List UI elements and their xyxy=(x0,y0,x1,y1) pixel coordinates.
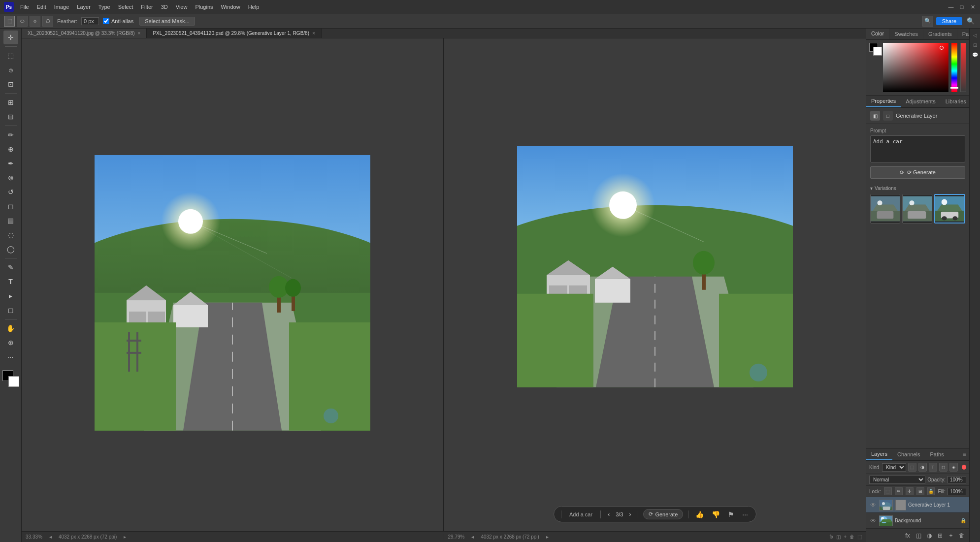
group-button[interactable]: ⊞ xyxy=(936,531,945,540)
lasso-shape-btn[interactable]: ⌾ xyxy=(30,16,40,27)
strip-btn-2[interactable]: ⊡ xyxy=(971,40,980,49)
ctx-more-button[interactable]: ··· xyxy=(740,510,750,519)
filter-shape-icon[interactable]: ◻ xyxy=(939,463,947,472)
frame-tool[interactable]: ⊟ xyxy=(3,110,18,124)
variation-2[interactable] xyxy=(902,194,932,223)
menu-type[interactable]: Type xyxy=(95,3,114,11)
search-button[interactable]: 🔍 xyxy=(965,16,976,27)
variation-1[interactable] xyxy=(870,194,900,223)
lock-all-btn[interactable]: 🔒 xyxy=(927,487,935,495)
delete-layer-button[interactable]: 🗑 xyxy=(957,531,966,540)
dodge-tool[interactable]: ◯ xyxy=(3,242,18,256)
filter-type-icon[interactable]: T xyxy=(929,463,937,472)
eraser-tool[interactable]: ◻ xyxy=(3,199,18,213)
properties-tab[interactable]: Properties xyxy=(866,96,901,107)
filter-adjust-icon[interactable]: ◑ xyxy=(918,463,927,472)
lock-transparency-btn[interactable]: ⬚ xyxy=(884,487,892,495)
extras-tool[interactable]: ··· xyxy=(3,350,18,364)
share-button[interactable]: Share xyxy=(936,17,962,25)
right-status-prev[interactable]: ◂ xyxy=(470,534,475,540)
path-selection-tool[interactable]: ▸ xyxy=(3,289,18,303)
right-tab-close[interactable]: × xyxy=(312,31,315,36)
kind-select[interactable]: Kind xyxy=(882,463,906,472)
history-brush-tool[interactable]: ↺ xyxy=(3,185,18,199)
paths-tab[interactable]: Paths xyxy=(925,449,949,460)
healing-brush-tool[interactable]: ⊕ xyxy=(3,142,18,156)
variation-3[interactable] xyxy=(934,194,965,223)
lock-artboard-btn[interactable]: ⊞ xyxy=(916,487,924,495)
menu-plugins[interactable]: Plugins xyxy=(192,3,216,11)
menu-3d[interactable]: 3D xyxy=(158,3,171,11)
adjustment-button[interactable]: ◑ xyxy=(925,531,934,540)
ctx-thumbdown-button[interactable]: 👎 xyxy=(710,510,722,519)
type-tool[interactable]: T xyxy=(3,275,18,288)
menu-filter[interactable]: Filter xyxy=(137,3,156,11)
anti-alias-checkbox[interactable] xyxy=(103,18,109,24)
right-status-next[interactable]: ▸ xyxy=(545,534,550,540)
brush-tool[interactable]: ✒ xyxy=(3,157,18,170)
mask-button[interactable]: ◫ xyxy=(914,531,923,540)
blend-mode-select[interactable]: Normal Multiply Screen xyxy=(869,476,925,484)
bg-swatch[interactable] xyxy=(873,47,882,56)
fill-input[interactable] xyxy=(947,488,966,495)
channels-tab[interactable]: Channels xyxy=(892,449,925,460)
lasso-tool[interactable]: ⌾ xyxy=(3,63,18,77)
shape-tool[interactable]: ◻ xyxy=(3,303,18,317)
menu-help[interactable]: Help xyxy=(245,3,263,11)
menu-view[interactable]: View xyxy=(172,3,191,11)
new-layer-button[interactable]: + xyxy=(947,531,955,540)
lock-pixel-btn[interactable]: ✏ xyxy=(895,487,903,495)
ctx-generate-button[interactable]: ⟳ Generate xyxy=(643,509,683,519)
menu-image[interactable]: Image xyxy=(51,3,73,11)
blur-tool[interactable]: ◌ xyxy=(3,228,18,242)
select-mask-button[interactable]: Select and Mask... xyxy=(139,17,195,26)
menu-edit[interactable]: Edit xyxy=(33,3,50,11)
color-alpha-bar[interactable] xyxy=(960,43,966,92)
feather-input[interactable] xyxy=(81,17,99,25)
ctx-thumbup-button[interactable]: 👍 xyxy=(693,510,706,519)
close-button[interactable]: ✕ xyxy=(969,3,976,10)
layer-visibility-generative[interactable]: 👁 xyxy=(869,501,877,509)
left-status-next[interactable]: ▸ xyxy=(123,534,127,540)
right-canvas-tab[interactable]: PXL_20230521_043941120.psd @ 29.8% (Gene… xyxy=(147,29,321,38)
left-tab-close[interactable]: × xyxy=(138,31,141,36)
crop-tool[interactable]: ⊞ xyxy=(3,96,18,109)
fx-button[interactable]: fx xyxy=(903,531,912,540)
minimize-button[interactable]: — xyxy=(947,3,954,10)
ctx-next-button[interactable]: › xyxy=(627,510,633,519)
swatches-tab[interactable]: Swatches xyxy=(889,29,923,39)
left-canvas-tab[interactable]: XL_20230521_043941120.jpg @ 33.3% (RGB/8… xyxy=(22,29,147,38)
layer-background[interactable]: 👁 Background 🔒 xyxy=(866,513,969,529)
color-hue-bar[interactable] xyxy=(951,43,957,92)
color-gradient-box[interactable] xyxy=(883,43,948,92)
filter-smart-icon[interactable]: ◈ xyxy=(949,463,958,472)
gradient-tool[interactable]: ▤ xyxy=(3,214,18,227)
adjustments-tab[interactable]: Adjustments xyxy=(901,96,941,107)
libraries-tab[interactable]: Libraries xyxy=(941,96,969,107)
menu-layer[interactable]: Layer xyxy=(73,3,94,11)
zoom-tool[interactable]: ⊕ xyxy=(3,336,18,350)
object-selection-tool[interactable]: ⊡ xyxy=(3,77,18,91)
prompt-textarea[interactable]: Add a car xyxy=(870,135,965,162)
opacity-input[interactable] xyxy=(947,476,966,483)
layer-visibility-background[interactable]: 👁 xyxy=(869,517,877,525)
eyedropper-tool[interactable]: ✏ xyxy=(3,128,18,142)
pen-tool[interactable]: ✎ xyxy=(3,260,18,274)
strip-btn-1[interactable]: ◁ xyxy=(971,31,980,39)
lock-position-btn[interactable]: ✛ xyxy=(906,487,914,495)
filter-dot[interactable] xyxy=(962,465,966,470)
gradients-tab[interactable]: Gradients xyxy=(923,29,957,39)
ctx-prev-button[interactable]: ‹ xyxy=(606,510,612,519)
generate-button[interactable]: ⟳ ⟳ Generate xyxy=(870,166,965,179)
discover-icon[interactable]: 🔍 xyxy=(922,16,933,27)
filter-pixel-icon[interactable]: ⬚ xyxy=(908,463,916,472)
rect-shape-btn[interactable]: ⬚ xyxy=(4,16,15,27)
rectangular-marquee-tool[interactable]: ⬚ xyxy=(3,49,18,63)
clone-stamp-tool[interactable]: ⊚ xyxy=(3,171,18,185)
layer-generative[interactable]: 👁 Generative Layer 1 xyxy=(866,497,969,513)
strip-btn-3[interactable]: 💬 xyxy=(971,50,980,59)
ctx-flag-button[interactable]: ⚑ xyxy=(726,510,736,519)
layers-tab[interactable]: Layers xyxy=(866,448,892,460)
menu-window[interactable]: Window xyxy=(218,3,244,11)
background-color[interactable] xyxy=(8,376,19,387)
